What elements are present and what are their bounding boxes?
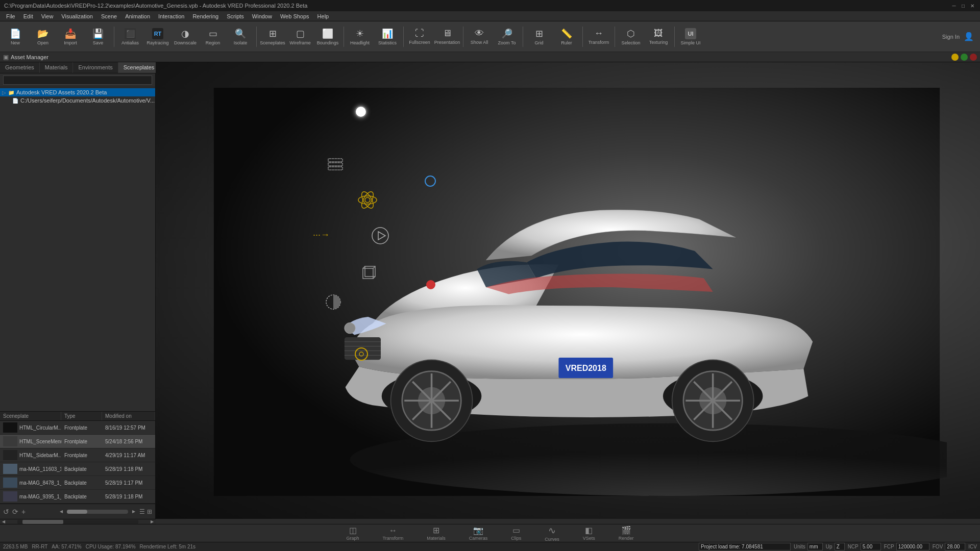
presentation-button[interactable]: 🖥 Presentation [434,22,460,51]
up-input[interactable] [835,543,845,550]
menu-view[interactable]: View [37,11,58,21]
search-input[interactable] [3,76,152,85]
menu-interaction[interactable]: Interaction [154,11,188,21]
menu-help[interactable]: Help [313,11,333,21]
panel-h-scroll[interactable]: ◀ ▶ [0,519,156,524]
tab-vsets[interactable]: ◧ VSets [579,524,599,542]
h-scroll-left[interactable]: ◀ [0,519,7,524]
sync-btn[interactable]: ⟳ [12,508,18,516]
tab-render[interactable]: 🎬 Render [615,524,638,542]
minimize-btn[interactable]: ─ [950,2,958,9]
layers-icon[interactable] [326,156,345,175]
region-button[interactable]: ▭ Region [200,22,226,51]
save-button[interactable]: 💾 Save [85,22,111,51]
tab-materials[interactable]: Materials [40,62,74,73]
sceneplates-button[interactable]: ⊞ Sceneplates [259,22,286,51]
ncp-input[interactable] [861,543,881,550]
half-circle-icon[interactable] [325,294,341,311]
asset-manager-title: Asset Manager [11,54,48,60]
fov-input[interactable] [945,543,965,550]
show-all-button[interactable]: 👁 Show All [466,22,493,51]
tab-curves[interactable]: ∿ Curves [541,524,564,543]
menu-window[interactable]: Window [248,11,276,21]
downscale-label: Downscale [174,40,197,45]
sp-row-4[interactable]: ma-MAG_11603_1_57... Backplate 5/28/19 1… [0,462,155,476]
tab-clips[interactable]: ▭ Clips [507,524,525,542]
fullscreen-button[interactable]: ⛶ Fullscreen [406,22,433,51]
boundings-button[interactable]: ⬜ Boundings [314,22,341,51]
arrow-right-icon[interactable]: ···→ [313,230,330,240]
tab-environments[interactable]: Environments [73,62,118,73]
am-maximize[interactable] [961,54,968,61]
new-button[interactable]: 📄 New [2,22,29,51]
tab-sceneplates[interactable]: Sceneplates [118,62,160,73]
am-minimize[interactable] [951,54,959,61]
sp-row-2[interactable]: HTML_SceneMenu Frontplate 5/24/18 2:56 P… [0,435,155,448]
h-scroll-right[interactable]: ▶ [149,519,156,524]
add-btn[interactable]: + [21,508,26,516]
am-close[interactable] [970,54,977,61]
menu-animation[interactable]: Animation [121,11,154,21]
menu-visualization[interactable]: Visualization [57,11,97,21]
maximize-btn[interactable]: □ [960,2,967,9]
panel-scroll-thumb[interactable] [67,510,87,514]
grid-view-btn[interactable]: ⊞ [147,508,152,515]
menu-edit[interactable]: Edit [19,11,37,21]
tree-item-path[interactable]: 📄 C:/Users/seiferp/Documents/Autodesk/Au… [0,96,155,105]
red-circle-icon[interactable] [426,280,435,289]
statistics-button[interactable]: 📊 Statistics [374,22,401,51]
open-button[interactable]: 📂 Open [30,22,56,51]
tree-item-assets[interactable]: ▷ 📁 Autodesk VRED Assets 2020.2 Beta [0,88,155,96]
grid-button[interactable]: ⊞ Grid [526,22,552,51]
import-button[interactable]: 📥 Import [57,22,84,51]
panel-scroll-track[interactable] [67,510,128,514]
cube-icon[interactable] [359,264,377,284]
atom-icon[interactable] [357,190,378,211]
h-scroll-thumb[interactable] [22,520,63,524]
fcp-input[interactable] [896,543,929,550]
menu-scene[interactable]: Scene [97,11,121,21]
scroll-left[interactable]: ◀ [58,509,65,514]
tab-geometries[interactable]: Geometries [0,62,40,73]
menu-rendering[interactable]: Rendering [188,11,223,21]
blue-circle-icon[interactable] [425,176,436,187]
viewport-resize-handle[interactable] [311,62,313,519]
sign-in-button[interactable]: Sign In [942,34,960,40]
tab-materials[interactable]: ⊞ Materials [423,524,450,542]
headlight-button[interactable]: ☀ Headlight [347,22,373,51]
sp-row-5[interactable]: ma-MAG_8478_1_428... Backplate 5/28/19 1… [0,476,155,490]
sp-row-1[interactable]: HTML_CircularM... Frontplate 8/16/19 12:… [0,421,155,435]
selection-button[interactable]: ⬡ Selection [618,22,644,51]
wireframe-button[interactable]: ▢ Wireframe [287,22,313,51]
raytracing-button[interactable]: RT Raytracing [144,22,171,51]
window-controls[interactable]: ─ □ ✕ [950,2,976,9]
list-view-btn[interactable]: ☰ [139,508,145,515]
zoom-to-button[interactable]: 🔎 Zoom To [494,22,520,51]
tab-graph[interactable]: ◫ Graph [342,524,363,542]
transform-button[interactable]: ↔ Transform [585,22,612,51]
project-load-input[interactable] [699,543,791,550]
white-dot-icon[interactable] [355,106,367,118]
downscale-button[interactable]: ◑ Downscale [172,22,199,51]
isolate-button[interactable]: 🔍 Isolate [227,22,254,51]
menu-file[interactable]: File [2,11,19,21]
menu-webshops[interactable]: Web Shops [276,11,313,21]
play-circle-icon[interactable] [371,227,389,246]
texturing-button[interactable]: 🖼 Texturing [645,22,672,51]
tab-transform[interactable]: ↔ Transform [379,525,408,542]
sp-row-6[interactable]: ma-MAG_9395_1_475... Backplate 5/28/19 1… [0,490,155,504]
user-icon[interactable]: 👤 [964,32,974,41]
units-input[interactable] [807,543,823,550]
menu-scripts[interactable]: Scripts [223,11,248,21]
antialias-button[interactable]: ⬛ Antialias [117,22,143,51]
sp-row-3[interactable]: HTML_SidebarM... Frontplate 4/29/19 11:1… [0,448,155,462]
viewport[interactable]: VRED2018 [156,62,980,519]
h-scroll-track[interactable] [17,520,138,524]
yellow-ring-icon[interactable] [354,347,369,362]
tab-cameras[interactable]: 📷 Cameras [465,524,492,542]
scroll-right[interactable]: ▶ [130,509,137,514]
refresh-btn[interactable]: ↺ [3,508,9,516]
close-btn[interactable]: ✕ [969,2,976,9]
simple-ui-button[interactable]: UI Simple UI [677,22,704,51]
ruler-button[interactable]: 📏 Ruler [553,22,580,51]
